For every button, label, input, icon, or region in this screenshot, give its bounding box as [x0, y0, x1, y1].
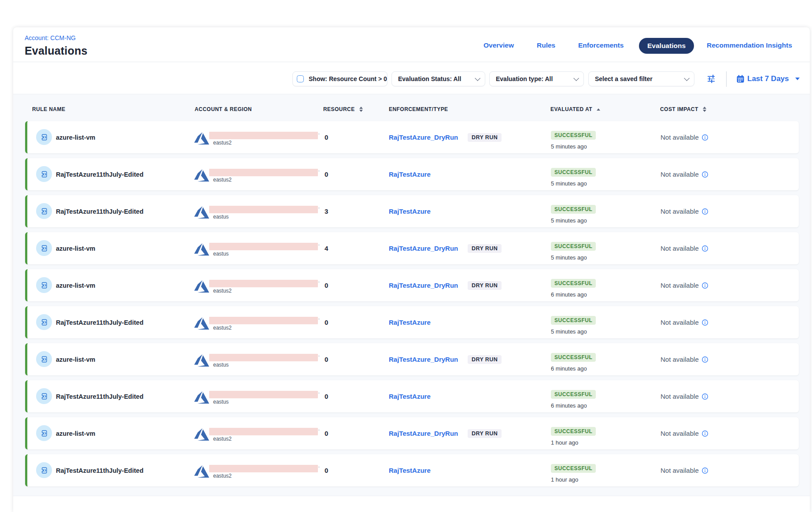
redaction-artifact: ’: [318, 318, 319, 323]
redacted-account-name: [209, 465, 318, 472]
filter-dropdown-label: Evaluation type: All: [496, 75, 553, 82]
dry-run-badge: DRY RUN: [468, 281, 502, 290]
redacted-account-name: [209, 169, 318, 176]
cost-impact: Not available: [661, 306, 708, 338]
enforcement-link[interactable]: RajTestAzure: [389, 454, 431, 486]
column-header-label: ENFORCEMENT/TYPE: [389, 106, 448, 112]
rule-icon: [36, 240, 52, 256]
region-label: eastus: [213, 214, 229, 220]
nav-tab[interactable]: Overview: [484, 41, 514, 49]
filter-dropdown[interactable]: Select a saved filter: [588, 71, 694, 86]
rule-icon: [36, 277, 52, 293]
evaluations-table: RULE NAME ACCOUNT & REGION: [13, 94, 810, 496]
evaluation-row[interactable]: RajTestAzure11thJuly-Edited ’ eastus 0 R…: [25, 380, 799, 412]
sort-asc-icon[interactable]: [597, 108, 600, 111]
evaluation-row[interactable]: RajTestAzure11thJuly-Edited ’ eastus 3 R…: [25, 195, 799, 227]
column-header[interactable]: RULE NAME: [32, 106, 65, 112]
advanced-filters-button[interactable]: [707, 74, 716, 83]
redacted-account-name: [209, 280, 318, 287]
evaluation-row[interactable]: RajTestAzure11thJuly-Edited ’ eastus2 0 …: [25, 454, 799, 486]
enforcement-link[interactable]: RajTestAzure_DryRun: [389, 343, 458, 375]
column-header-label: COST IMPACT: [660, 106, 698, 112]
column-header[interactable]: COST IMPACT: [660, 106, 706, 112]
nav-tab[interactable]: Recommendation Insights: [707, 41, 792, 49]
evaluated-at: 5 minutes ago: [551, 217, 587, 224]
chevron-down-icon: [684, 75, 690, 81]
rule-name: RajTestAzure11thJuly-Edited: [56, 158, 144, 190]
sliders-icon: [707, 74, 716, 83]
info-icon[interactable]: [702, 319, 708, 326]
chevron-down-icon: [573, 75, 579, 81]
info-icon[interactable]: [702, 467, 708, 474]
redaction-artifact: ’: [318, 355, 319, 360]
info-icon[interactable]: [702, 134, 708, 141]
redacted-account-name: [209, 132, 318, 139]
cost-impact: Not available: [661, 269, 708, 301]
status-badge: SUCCESSFUL: [551, 131, 596, 140]
resource-count: 0: [325, 158, 328, 190]
rule-name: azure-list-vm: [56, 232, 95, 264]
enforcement-link[interactable]: RajTestAzure_DryRun: [389, 232, 458, 264]
sort-icon[interactable]: [359, 107, 363, 112]
redaction-artifact: ’: [318, 133, 319, 138]
cost-impact-label: Not available: [661, 356, 699, 363]
cost-impact-label: Not available: [661, 282, 699, 289]
info-icon[interactable]: [702, 171, 708, 178]
evaluation-row[interactable]: azure-list-vm ’ eastus2 0 RajTestAzure_D…: [25, 417, 799, 449]
redacted-account-name: [209, 317, 318, 324]
region-label: eastus2: [213, 288, 232, 294]
info-icon[interactable]: [702, 393, 708, 400]
column-header[interactable]: EVALUATED AT: [550, 106, 600, 112]
evaluation-row[interactable]: RajTestAzure11thJuly-Edited ’ eastus2 0 …: [25, 158, 799, 190]
redaction-artifact: ’: [318, 281, 319, 286]
enforcement-link[interactable]: RajTestAzure: [389, 195, 431, 227]
cost-impact-label: Not available: [661, 208, 699, 215]
enforcement-link[interactable]: RajTestAzure: [389, 380, 431, 412]
evaluation-row[interactable]: azure-list-vm ’ eastus 4 RajTestAzure_Dr…: [25, 232, 799, 264]
enforcement-link[interactable]: RajTestAzure: [389, 306, 431, 338]
evaluation-row[interactable]: azure-list-vm ’ eastus2 0 RajTestAzure_D…: [25, 269, 799, 301]
evaluated-at: 6 minutes ago: [551, 365, 587, 372]
column-header-label: EVALUATED AT: [550, 106, 592, 112]
azure-logo: [194, 206, 209, 219]
sort-icon[interactable]: [703, 107, 706, 112]
chevron-down-icon: [475, 75, 480, 81]
rule-icon: [36, 425, 52, 441]
filter-dropdown[interactable]: Evaluation Status: All: [391, 71, 485, 86]
resource-count-filter[interactable]: Show: Resource Count > 0: [292, 71, 388, 86]
evaluated-at: 6 minutes ago: [551, 291, 587, 298]
evaluation-row[interactable]: azure-list-vm ’ eastus2 0 RajTestAzure_D…: [25, 121, 799, 153]
column-header[interactable]: RESOURCE: [323, 106, 363, 112]
nav-tab-label: Recommendation Insights: [707, 41, 792, 49]
info-icon[interactable]: [702, 430, 708, 437]
azure-logo: [194, 391, 209, 404]
rule-icon: [36, 203, 52, 219]
nav-tab[interactable]: Enforcements: [578, 41, 624, 49]
region-label: eastus: [213, 362, 229, 368]
redacted-account-name: [209, 206, 318, 213]
evaluation-row[interactable]: RajTestAzure11thJuly-Edited ’ eastus2 0 …: [25, 306, 799, 338]
info-icon[interactable]: [702, 245, 708, 252]
info-icon[interactable]: [702, 282, 708, 289]
evaluation-row[interactable]: azure-list-vm ’ eastus 0 RajTestAzure_Dr…: [25, 343, 799, 375]
nav-tab[interactable]: Rules: [537, 41, 555, 49]
enforcement-link[interactable]: RajTestAzure_DryRun: [389, 121, 458, 153]
enforcement-link[interactable]: RajTestAzure_DryRun: [389, 417, 458, 449]
table-header: RULE NAME ACCOUNT & REGION: [13, 94, 810, 121]
info-icon[interactable]: [702, 356, 708, 363]
info-icon[interactable]: [702, 208, 708, 215]
date-range-picker[interactable]: Last 7 Days: [737, 71, 800, 87]
enforcement-link[interactable]: RajTestAzure_DryRun: [389, 269, 458, 301]
evaluated-at: 5 minutes ago: [551, 180, 587, 187]
evaluated-at: 6 minutes ago: [551, 402, 587, 409]
rule-icon: [36, 388, 52, 404]
resource-count-checkbox[interactable]: [297, 75, 304, 82]
nav-tab-label: Rules: [537, 41, 555, 49]
column-header[interactable]: ENFORCEMENT/TYPE: [389, 106, 448, 112]
rule-name: RajTestAzure11thJuly-Edited: [56, 454, 144, 486]
column-header[interactable]: ACCOUNT & REGION: [195, 106, 252, 112]
enforcement-link[interactable]: RajTestAzure: [389, 158, 431, 190]
filter-dropdown[interactable]: Evaluation type: All: [489, 71, 584, 86]
nav-tab[interactable]: Evaluations: [639, 38, 694, 54]
rule-icon: [36, 351, 52, 367]
